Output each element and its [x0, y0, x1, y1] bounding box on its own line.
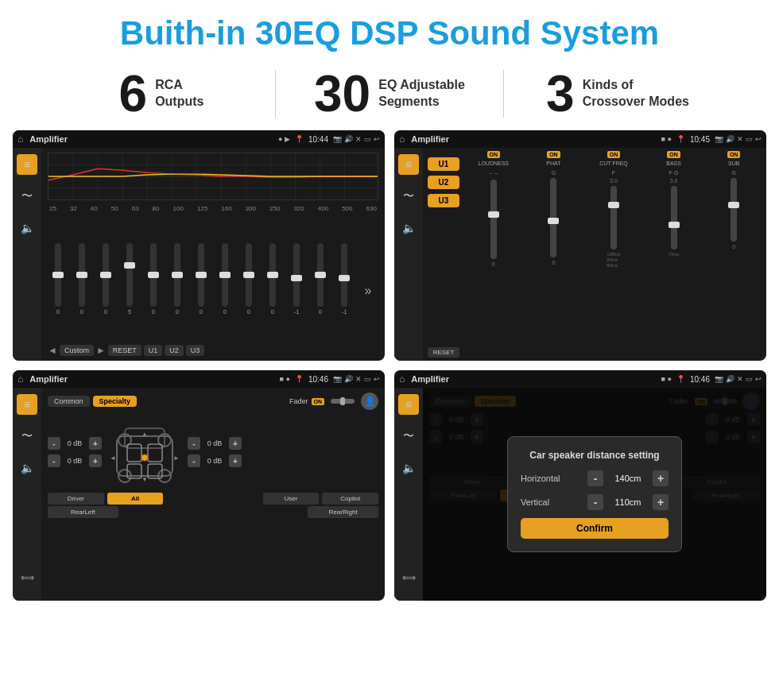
speaker-icon-2[interactable]: 🔈	[398, 218, 419, 238]
eq-slider-4[interactable]: 0	[143, 243, 164, 315]
vertical-row: Vertical - 110cm +	[521, 494, 669, 510]
phat-slider[interactable]	[550, 178, 556, 257]
tab-common[interactable]: Common	[48, 396, 90, 407]
db-row-bl: - 0 dB +	[48, 454, 102, 467]
camera-icon-4: 📷	[715, 375, 723, 383]
db-minus-br[interactable]: -	[188, 454, 200, 467]
custom-btn[interactable]: Custom	[60, 345, 94, 356]
preset-u3[interactable]: U3	[428, 194, 459, 207]
arrows-icon-3[interactable]: ⟺	[17, 567, 37, 588]
preset-u2[interactable]: U2	[428, 176, 459, 189]
reset-btn[interactable]: RESET	[108, 345, 141, 356]
eq-slider-1[interactable]: 0	[72, 243, 92, 315]
all-btn[interactable]: All	[107, 493, 164, 505]
home-icon-4[interactable]: ⌂	[399, 373, 405, 385]
phat-toggle[interactable]: ON	[547, 151, 560, 158]
eq-slider-8[interactable]: 0	[238, 243, 259, 315]
eq-slider-2[interactable]: 0	[95, 243, 116, 315]
driver-btn[interactable]: Driver	[48, 493, 104, 505]
db-plus-br[interactable]: +	[229, 454, 242, 467]
presets-column: U1 U2 U3 RESET	[428, 151, 459, 358]
speaker-icon-3[interactable]: 🔈	[17, 458, 37, 478]
eq-icon[interactable]: ≡	[17, 154, 37, 175]
next-btn[interactable]: ►	[96, 345, 106, 356]
wave-icon-4[interactable]: 〜	[398, 426, 419, 447]
loudness-slider[interactable]	[490, 180, 497, 259]
eq-slider-9[interactable]: 0	[262, 243, 283, 315]
home-icon-1[interactable]: ⌂	[17, 133, 23, 145]
eq-slider-10[interactable]: -1	[286, 243, 307, 315]
horizontal-minus[interactable]: -	[587, 470, 603, 486]
rearright-btn[interactable]: RearRight	[308, 506, 378, 518]
back-icon-2[interactable]: ↩	[755, 135, 762, 143]
time-2: 10:45	[690, 135, 710, 144]
eq-expand-btn[interactable]: »	[358, 260, 378, 298]
back-icon-3[interactable]: ↩	[374, 375, 380, 383]
db-minus-tr[interactable]: -	[188, 437, 200, 450]
home-icon-3[interactable]: ⌂	[17, 373, 23, 385]
page-title: Buith-in 30EQ DSP Sound System	[0, 14, 779, 52]
eq-icon-2[interactable]: ≡	[398, 154, 419, 175]
cutfreq-toggle[interactable]: ON	[607, 151, 621, 158]
eq-slider-3[interactable]: 5	[119, 243, 140, 315]
eq-slider-12[interactable]: -1	[334, 243, 355, 315]
window-icon-4: ▭	[746, 375, 753, 383]
loudness-control: ON LOUDNESS ~ ~ 0	[466, 151, 521, 358]
side-icons-1: ≡ 〜 🔈	[13, 148, 41, 361]
screens-grid: ⌂ Amplifier ● ▶ 📍 10:44 📷 🔊 ✕ ▭ ↩ ≡ 〜	[0, 130, 779, 601]
speaker-icon-4[interactable]: 🔈	[398, 458, 419, 478]
fader-toggle[interactable]: ON	[312, 398, 325, 405]
eq-icon-3[interactable]: ≡	[17, 394, 37, 415]
cutfreq-slider[interactable]	[610, 186, 617, 249]
wave-icon-2[interactable]: 〜	[398, 186, 419, 207]
tab-specialty[interactable]: Specialty	[93, 396, 138, 407]
time-1: 10:44	[308, 135, 328, 144]
rearleft-btn[interactable]: RearLeft	[48, 506, 118, 518]
status-bar-4: ⌂ Amplifier ■ ● 📍 10:46 📷 🔊 ✕ ▭ ↩	[394, 370, 766, 388]
bass-toggle[interactable]: ON	[667, 151, 680, 158]
status-icons-1: 📍 10:44 📷 🔊 ✕ ▭ ↩	[295, 135, 380, 144]
svg-text:▲: ▲	[141, 431, 148, 438]
user-btn[interactable]: User	[263, 493, 320, 505]
copilot-btn[interactable]: Copilot	[322, 493, 378, 505]
horizontal-plus[interactable]: +	[653, 470, 669, 486]
db-plus-bl[interactable]: +	[89, 454, 102, 467]
u1-btn[interactable]: U1	[144, 345, 163, 356]
db-minus-tl[interactable]: -	[48, 437, 60, 450]
preset-u1[interactable]: U1	[428, 157, 459, 171]
app-name-2: Amplifier	[411, 134, 657, 144]
stat-crossover: 3 Kinds ofCrossover Modes	[504, 68, 731, 119]
db-minus-bl[interactable]: -	[48, 454, 60, 467]
wave-icon-1[interactable]: 〜	[17, 186, 37, 207]
prev-btn[interactable]: ◄	[48, 345, 57, 356]
eq-slider-7[interactable]: 0	[215, 243, 235, 315]
eq-slider-11[interactable]: 0	[310, 243, 331, 315]
sub-toggle[interactable]: ON	[727, 151, 741, 158]
u2-btn[interactable]: U2	[165, 345, 184, 356]
eq-slider-6[interactable]: 0	[191, 243, 211, 315]
sub-slider[interactable]	[731, 178, 737, 242]
db-plus-tl[interactable]: +	[89, 437, 102, 450]
db-plus-tr[interactable]: +	[229, 437, 242, 450]
confirm-button[interactable]: Confirm	[521, 518, 669, 539]
loudness-toggle[interactable]: ON	[487, 151, 501, 158]
home-icon-2[interactable]: ⌂	[399, 133, 405, 145]
eq-slider-0[interactable]: 0	[48, 243, 68, 315]
arrows-icon-4[interactable]: ⟺	[398, 567, 419, 588]
svg-text:►: ►	[173, 454, 180, 462]
u3-btn[interactable]: U3	[186, 345, 205, 356]
speaker-icon-1[interactable]: 🔈	[17, 218, 37, 238]
wave-icon-3[interactable]: 〜	[17, 426, 37, 447]
vertical-plus[interactable]: +	[653, 494, 669, 510]
time-4: 10:46	[690, 375, 710, 384]
reset-btn-2[interactable]: RESET	[428, 347, 459, 358]
back-icon-4[interactable]: ↩	[755, 375, 762, 383]
vertical-minus[interactable]: -	[587, 494, 603, 510]
volume-icon-3: 🔊	[344, 375, 353, 383]
eq-icon-4[interactable]: ≡	[398, 394, 419, 415]
x-icon-1: ✕	[355, 135, 362, 143]
db-row-tr: - 0 dB +	[188, 437, 242, 450]
bass-slider[interactable]	[671, 186, 677, 249]
back-icon-1[interactable]: ↩	[374, 135, 380, 143]
eq-slider-5[interactable]: 0	[167, 243, 188, 315]
